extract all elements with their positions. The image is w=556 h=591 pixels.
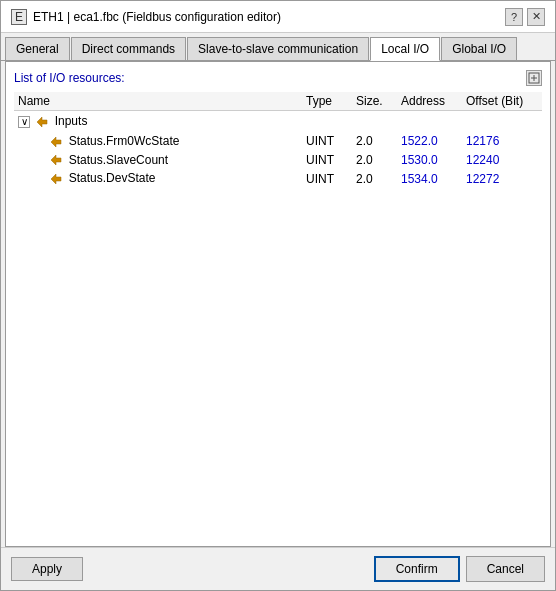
group-row-inputs: ∨ Inputs	[14, 111, 542, 132]
tab-global-io[interactable]: Global I/O	[441, 37, 517, 60]
row-offset-1: 12240	[462, 151, 542, 170]
col-header-type: Type	[302, 92, 352, 111]
row-name-label-1: Status.SlaveCount	[69, 153, 168, 167]
footer-left: Apply	[11, 557, 83, 581]
row-name-label-2: Status.DevState	[69, 171, 156, 185]
row-name-0: Status.Frm0WcState	[14, 132, 302, 151]
section-header: List of I/O resources:	[14, 70, 542, 86]
close-button[interactable]: ✕	[527, 8, 545, 26]
table-row: Status.SlaveCount UINT 2.0 1530.0 12240	[14, 151, 542, 170]
row-address-0: 1522.0	[397, 132, 462, 151]
svg-marker-5	[51, 155, 61, 165]
confirm-button[interactable]: Confirm	[374, 556, 460, 582]
col-header-offset: Offset (Bit)	[462, 92, 542, 111]
row-offset-2: 12272	[462, 169, 542, 188]
col-header-address: Address	[397, 92, 462, 111]
inputs-group-icon	[35, 115, 49, 129]
io-resources-table-area: Name Type Size. Address Offset (Bit) ∨	[14, 92, 542, 538]
table-row: Status.DevState UINT 2.0 1534.0 12272	[14, 169, 542, 188]
input-icon-1	[49, 153, 63, 167]
row-type-2: UINT	[302, 169, 352, 188]
expand-icon-inputs[interactable]: ∨	[18, 116, 30, 128]
footer-right: Confirm Cancel	[374, 556, 545, 582]
row-address-2: 1534.0	[397, 169, 462, 188]
section-action-icon[interactable]	[526, 70, 542, 86]
input-icon-2	[49, 172, 63, 186]
row-size-1: 2.0	[352, 151, 397, 170]
col-header-size: Size.	[352, 92, 397, 111]
row-size-0: 2.0	[352, 132, 397, 151]
row-offset-0: 12176	[462, 132, 542, 151]
title-bar: E ETH1 | eca1.fbc (Fieldbus configuratio…	[1, 1, 555, 33]
title-bar-left: E ETH1 | eca1.fbc (Fieldbus configuratio…	[11, 9, 281, 25]
row-name-1: Status.SlaveCount	[14, 151, 302, 170]
tab-slave-to-slave[interactable]: Slave-to-slave communication	[187, 37, 369, 60]
tabs-bar: General Direct commands Slave-to-slave c…	[1, 33, 555, 61]
input-icon-0	[49, 135, 63, 149]
row-address-1: 1530.0	[397, 151, 462, 170]
group-label-inputs: Inputs	[55, 114, 88, 128]
help-button[interactable]: ?	[505, 8, 523, 26]
tab-local-io[interactable]: Local I/O	[370, 37, 440, 61]
svg-marker-6	[51, 174, 61, 184]
io-resources-table: Name Type Size. Address Offset (Bit) ∨	[14, 92, 542, 188]
row-name-2: Status.DevState	[14, 169, 302, 188]
table-row: Status.Frm0WcState UINT 2.0 1522.0 12176	[14, 132, 542, 151]
svg-marker-4	[51, 137, 61, 147]
row-type-1: UINT	[302, 151, 352, 170]
apply-button[interactable]: Apply	[11, 557, 83, 581]
row-size-2: 2.0	[352, 169, 397, 188]
section-title: List of I/O resources:	[14, 71, 125, 85]
row-type-0: UINT	[302, 132, 352, 151]
cancel-button[interactable]: Cancel	[466, 556, 545, 582]
group-cell-inputs: ∨ Inputs	[14, 111, 542, 132]
svg-marker-3	[37, 117, 47, 127]
content-area: List of I/O resources: Name Type Size. A…	[5, 61, 551, 547]
table-header-row: Name Type Size. Address Offset (Bit)	[14, 92, 542, 111]
tab-general[interactable]: General	[5, 37, 70, 60]
dialog-title: ETH1 | eca1.fbc (Fieldbus configuration …	[33, 10, 281, 24]
dialog: E ETH1 | eca1.fbc (Fieldbus configuratio…	[0, 0, 556, 591]
footer: Apply Confirm Cancel	[1, 547, 555, 590]
row-name-label-0: Status.Frm0WcState	[69, 134, 180, 148]
tab-direct-commands[interactable]: Direct commands	[71, 37, 186, 60]
col-header-name: Name	[14, 92, 302, 111]
dialog-icon: E	[11, 9, 27, 25]
title-bar-controls: ? ✕	[505, 8, 545, 26]
